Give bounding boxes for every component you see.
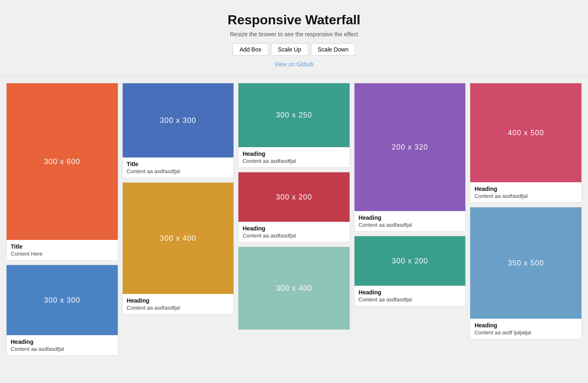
card-content: Content aa asdfasdfjal (243, 233, 345, 239)
card-title: Heading (11, 338, 114, 345)
card-body: HeadingContent aa asdf ljaljaljal (470, 319, 581, 339)
card-body: TitleContent Here (7, 240, 118, 260)
card-content: Content aa asdfasdfjal (359, 222, 462, 228)
card-image: 300 x 600 (7, 83, 118, 240)
page-header: Responsive Waterfall Resize the brower t… (0, 0, 588, 77)
card-content: Content aa asdf ljaljaljal (474, 329, 577, 336)
card-body: HeadingContent aa asdfasdfjal (7, 335, 118, 355)
list-item: 300 x 300HeadingContent aa asdfasdfjal (6, 265, 118, 356)
card-content: Content aa asdfasdfjal (127, 168, 230, 174)
card-content: Content Here (11, 251, 114, 257)
waterfall-column-3: 300 x 250HeadingContent aa asdfasdfjal30… (238, 83, 350, 330)
page-subtitle: Resize the brower to see the responsive … (8, 31, 580, 38)
card-title: Heading (359, 289, 462, 296)
waterfall-grid: 300 x 600TitleContent Here300 x 300Headi… (0, 77, 588, 362)
card-title: Heading (474, 186, 577, 192)
card-title: Heading (243, 150, 345, 157)
card-image: 300 x 250 (238, 83, 350, 147)
waterfall-column-4: 200 x 320HeadingContent aa asdfasdfjal30… (354, 83, 466, 306)
card-image: 300 x 200 (238, 172, 350, 222)
list-item: 300 x 400HeadingContent aa asdfasdfjal (122, 182, 234, 315)
card-body: HeadingContent aa asdfasdfjal (355, 286, 466, 306)
card-content: Content aa asdfasdfjal (127, 305, 230, 311)
card-body: HeadingContent aa asdfasdfjal (355, 211, 466, 231)
list-item: 300 x 600TitleContent Here (6, 83, 118, 261)
list-item: 350 x 500HeadingContent aa asdf ljaljalj… (470, 207, 582, 339)
list-item: 300 x 200HeadingContent aa asdfasdfjal (354, 236, 466, 306)
card-title: Heading (359, 214, 462, 221)
card-content: Content aa asdfasdfjal (474, 193, 577, 199)
card-image: 300 x 300 (123, 83, 234, 157)
card-image: 300 x 400 (238, 247, 350, 329)
card-title: Heading (243, 225, 345, 232)
card-title: Heading (474, 322, 577, 329)
list-item: 300 x 200HeadingContent aa asdfasdfjal (238, 172, 350, 242)
button-group: Add Box Scale Up Scale Down (8, 43, 580, 56)
list-item: 200 x 320HeadingContent aa asdfasdfjal (354, 83, 466, 232)
card-title: Heading (127, 297, 230, 304)
list-item: 300 x 250HeadingContent aa asdfasdfjal (238, 83, 350, 168)
card-image: 350 x 500 (470, 207, 581, 319)
list-item: 400 x 500HeadingContent aa asdfasdfjal (470, 83, 582, 203)
card-body: TitleContent aa asdfasdfjal (123, 157, 234, 178)
page-title: Responsive Waterfall (8, 12, 580, 28)
scale-down-button[interactable]: Scale Down (311, 43, 356, 56)
github-link[interactable]: View on Github (275, 61, 314, 68)
card-title: Title (11, 243, 114, 250)
waterfall-column-2: 300 x 300TitleContent aa asdfasdfjal300 … (122, 83, 234, 315)
scale-up-button[interactable]: Scale Up (271, 43, 308, 56)
list-item: 300 x 400 (238, 247, 350, 330)
card-body: HeadingContent aa asdfasdfjal (238, 147, 350, 167)
waterfall-column-5: 400 x 500HeadingContent aa asdfasdfjal35… (470, 83, 582, 339)
list-item: 300 x 300TitleContent aa asdfasdfjal (122, 83, 234, 178)
waterfall-column-1: 300 x 600TitleContent Here300 x 300Headi… (6, 83, 118, 356)
add-box-button[interactable]: Add Box (233, 43, 268, 56)
card-body: HeadingContent aa asdfasdfjal (238, 222, 350, 242)
card-title: Title (127, 161, 230, 167)
card-content: Content aa asdfasdfjal (243, 158, 345, 164)
card-content: Content aa asdfasdfjal (11, 346, 114, 352)
card-image: 400 x 500 (470, 83, 581, 182)
card-image: 300 x 400 (123, 183, 234, 294)
card-image: 300 x 300 (7, 265, 118, 335)
card-image: 300 x 200 (355, 236, 466, 286)
card-body: HeadingContent aa asdfasdfjal (123, 294, 234, 314)
card-body: HeadingContent aa asdfasdfjal (470, 182, 581, 202)
card-content: Content aa asdfasdfjal (359, 296, 462, 303)
card-image: 200 x 320 (355, 83, 466, 211)
